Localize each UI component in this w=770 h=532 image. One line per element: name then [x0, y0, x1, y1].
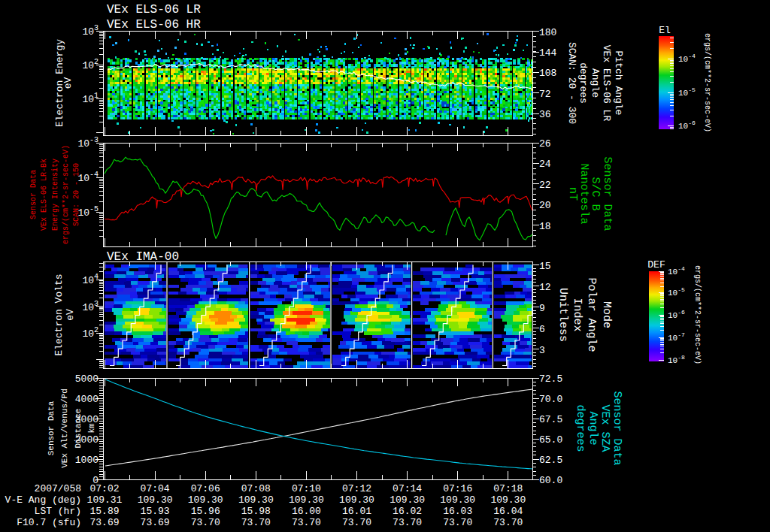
svg-text:26: 26	[539, 138, 551, 150]
svg-text:Angle: Angle	[587, 411, 599, 445]
svg-text:5000: 5000	[75, 373, 99, 385]
svg-text:Unitless: Unitless	[556, 288, 569, 342]
svg-text:20: 20	[539, 200, 551, 211]
svg-text:Sensor Data: Sensor Data	[47, 401, 56, 455]
svg-text:24: 24	[539, 159, 551, 170]
svg-text:DEF: DEF	[647, 259, 665, 271]
svg-text:VEx Alt/Venus/Pd: VEx Alt/Venus/Pd	[60, 388, 69, 468]
svg-text:07:16: 07:16	[443, 483, 472, 494]
svg-text:eV: eV	[62, 77, 74, 89]
svg-text:73.70: 73.70	[342, 517, 371, 528]
svg-text:73.70: 73.70	[292, 517, 321, 528]
svg-text:144: 144	[539, 47, 557, 59]
svg-text:07:08: 07:08	[241, 483, 271, 494]
svg-text:ergs/(cm**2-sr-sec-eV): ergs/(cm**2-sr-sec-eV)	[62, 145, 70, 244]
svg-text:km: km	[87, 423, 96, 434]
svg-text:07:10: 07:10	[292, 483, 321, 494]
svg-text:ergs/(cm**2-sr-sec-eV): ergs/(cm**2-sr-sec-eV)	[693, 265, 702, 364]
svg-text:Distance: Distance	[74, 409, 83, 449]
svg-text:1000: 1000	[75, 455, 99, 466]
svg-text:Energy Intensity: Energy Intensity	[51, 159, 59, 231]
svg-text:V-E Ang (deg): V-E Ang (deg)	[5, 494, 81, 506]
svg-text:07:06: 07:06	[191, 483, 220, 494]
svg-text:16.03: 16.03	[443, 506, 472, 517]
svg-text:Pitch Angle: Pitch Angle	[613, 51, 624, 116]
svg-text:07:12: 07:12	[342, 483, 371, 494]
svg-text:16.04: 16.04	[493, 506, 523, 517]
svg-text:Index: Index	[571, 298, 584, 331]
svg-text:07:02: 07:02	[89, 483, 119, 494]
svg-text:degrees: degrees	[578, 62, 589, 104]
svg-text:07:14: 07:14	[393, 483, 422, 494]
svg-text:73.69: 73.69	[89, 517, 119, 528]
svg-text:12: 12	[539, 282, 551, 293]
svg-text:15.98: 15.98	[241, 506, 271, 517]
svg-text:36: 36	[539, 109, 551, 120]
svg-text:60.0: 60.0	[539, 475, 562, 486]
svg-text:109.30: 109.30	[440, 494, 475, 506]
svg-text:16.02: 16.02	[393, 506, 422, 517]
svg-text:72.5: 72.5	[539, 373, 562, 385]
svg-text:16.00: 16.00	[292, 506, 321, 517]
svg-text:VEx IMA-00: VEx IMA-00	[107, 250, 179, 264]
svg-text:15.96: 15.96	[191, 506, 220, 517]
svg-text:109.30: 109.30	[390, 494, 425, 506]
svg-text:109.31: 109.31	[87, 494, 123, 506]
svg-text:15: 15	[539, 261, 551, 272]
svg-text:El: El	[659, 25, 671, 36]
svg-text:109.30: 109.30	[339, 494, 374, 506]
svg-text:73.69: 73.69	[141, 517, 170, 528]
svg-text:70.0: 70.0	[539, 394, 562, 405]
svg-text:LST (hr): LST (hr)	[35, 506, 81, 517]
svg-text:73.70: 73.70	[493, 517, 523, 528]
svg-text:Electron Volts: Electron Volts	[53, 274, 65, 355]
svg-text:73.70: 73.70	[393, 517, 422, 528]
svg-text:SCAN: 20 - 150: SCAN: 20 - 150	[72, 163, 80, 226]
svg-text:109.30: 109.30	[289, 494, 324, 506]
svg-text:eV: eV	[65, 309, 76, 321]
svg-text:22: 22	[539, 180, 551, 191]
svg-text:72: 72	[539, 89, 551, 100]
svg-text:Polar Angle: Polar Angle	[585, 277, 598, 352]
svg-text:62.5: 62.5	[539, 455, 562, 466]
svg-text:15.93: 15.93	[141, 506, 170, 517]
svg-text:6: 6	[539, 324, 545, 335]
svg-text:16.01: 16.01	[342, 506, 371, 517]
svg-text:15.89: 15.89	[89, 506, 119, 517]
svg-text:180: 180	[539, 27, 556, 38]
svg-text:VEx SZA: VEx SZA	[599, 404, 611, 452]
svg-text:Sensor Data: Sensor Data	[611, 391, 623, 465]
svg-text:73.70: 73.70	[443, 517, 472, 528]
svg-text:65.0: 65.0	[539, 434, 562, 446]
svg-text:VEx ELS-06 LR: VEx ELS-06 LR	[107, 3, 201, 17]
svg-text:VEx ELS-06 LR-Bk: VEx ELS-06 LR-Bk	[40, 159, 48, 231]
svg-text:109.30: 109.30	[188, 494, 223, 506]
svg-text:degrees: degrees	[574, 404, 587, 452]
svg-text:07:04: 07:04	[141, 483, 170, 494]
svg-text:2007/058: 2007/058	[35, 483, 81, 494]
svg-text:108: 108	[539, 68, 556, 79]
svg-text:109.30: 109.30	[138, 494, 173, 506]
svg-text:9: 9	[539, 303, 545, 314]
svg-text:73.70: 73.70	[191, 517, 220, 528]
svg-text:SCAN: 20 - 300: SCAN: 20 - 300	[566, 42, 578, 124]
svg-text:109.30: 109.30	[490, 494, 526, 506]
svg-text:VEx ELS-06 HR: VEx ELS-06 HR	[107, 18, 201, 32]
svg-text:109.30: 109.30	[238, 494, 274, 506]
svg-text:73.70: 73.70	[241, 517, 271, 528]
svg-text:07:18: 07:18	[493, 483, 523, 494]
svg-text:Angle: Angle	[590, 68, 601, 98]
svg-text:4000: 4000	[75, 394, 99, 405]
svg-text:Mode: Mode	[600, 301, 613, 328]
svg-text:18: 18	[539, 221, 551, 232]
svg-text:VEx ELS-06 LR: VEx ELS-06 LR	[601, 45, 612, 122]
svg-text:nT: nT	[566, 187, 579, 201]
svg-text:F10.7 (sfu): F10.7 (sfu)	[17, 517, 81, 528]
svg-text:67.5: 67.5	[539, 414, 562, 425]
svg-text:Sensor Data: Sensor Data	[29, 170, 38, 219]
svg-text:3: 3	[539, 345, 545, 356]
svg-text:ergs/(cm**2-sr-sec-eV): ergs/(cm**2-sr-sec-eV)	[703, 33, 711, 132]
